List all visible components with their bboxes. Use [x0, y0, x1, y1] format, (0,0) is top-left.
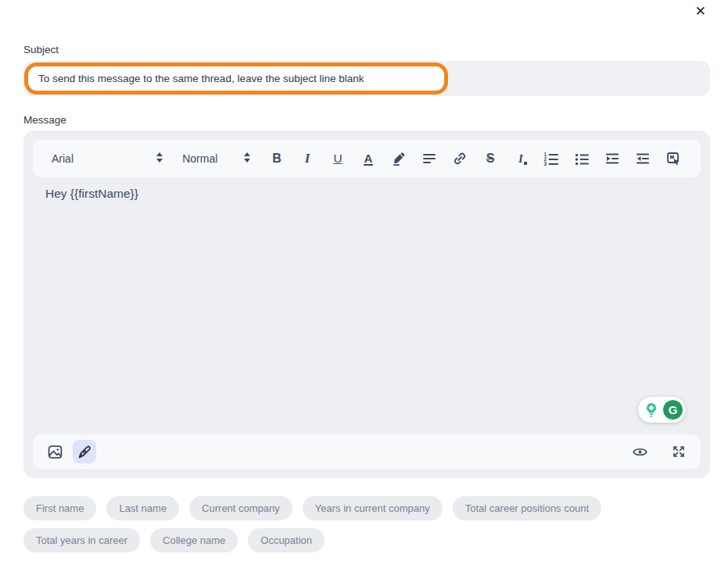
text-color-button[interactable]: A [360, 148, 377, 169]
clear-formatting-button[interactable]: I [512, 148, 529, 169]
bottom-bar-right [628, 440, 690, 463]
updown-arrows-icon [243, 152, 251, 166]
bold-button[interactable]: B [268, 148, 285, 169]
svg-text:3: 3 [544, 161, 547, 166]
text-style-value: Normal [182, 152, 217, 165]
highlighter-icon [391, 151, 407, 166]
variable-chip-occupation[interactable]: Occupation [248, 528, 325, 552]
editor-bottom-bar [33, 434, 701, 469]
insert-image-button[interactable] [43, 440, 66, 463]
subject-placeholder: To send this message to the same thread,… [38, 73, 364, 84]
variable-chip-total-career-positions-count[interactable]: Total career positions count [453, 496, 601, 520]
grammarly-logo-button[interactable]: G [662, 399, 683, 420]
variable-chip-current-company[interactable]: Current company [189, 496, 292, 520]
signature-pen-icon [77, 444, 93, 460]
message-editor: Arial Normal B I U A [23, 130, 710, 478]
annotation-highlight: To send this message to the same thread,… [24, 63, 448, 95]
highlighter-button[interactable] [390, 148, 407, 169]
editor-toolbar: Arial Normal B I U A [33, 140, 701, 177]
subject-input[interactable]: To send this message to the same thread,… [23, 61, 710, 96]
preview-button[interactable] [628, 440, 651, 463]
image-icon [47, 444, 63, 460]
close-icon[interactable]: ✕ [695, 3, 706, 20]
subject-label: Subject [23, 44, 59, 55]
indent-icon [604, 151, 620, 166]
box-x-cursor-icon [665, 151, 681, 166]
variable-chips: First name Last name Current company Yea… [23, 496, 712, 560]
message-composer-modal: { "modal": { "close_glyph": "✕" }, "subj… [0, 0, 728, 561]
fullscreen-button[interactable] [667, 440, 690, 463]
ordered-list-button[interactable]: 1 2 3 [543, 148, 560, 169]
font-family-select[interactable]: Arial [52, 152, 163, 166]
bullet-list-button[interactable] [573, 148, 590, 169]
clear-formatting-icon: I [518, 152, 523, 166]
expand-icon [671, 444, 687, 459]
text-style-select[interactable]: Normal [182, 152, 251, 166]
align-left-icon [421, 151, 437, 166]
variable-chip-years-in-current-company[interactable]: Years in current company [303, 496, 443, 520]
link-button[interactable] [451, 148, 468, 169]
message-label: Message [23, 114, 66, 126]
bullet-list-icon [574, 151, 590, 166]
bold-icon: B [272, 152, 282, 166]
signature-button[interactable] [73, 440, 96, 463]
eye-icon [632, 444, 648, 460]
variable-chip-first-name[interactable]: First name [23, 496, 96, 520]
grammarly-widget: G [638, 397, 686, 423]
updown-arrows-icon [156, 152, 163, 166]
chip-row: Total years in career College name Occup… [23, 528, 712, 552]
font-family-value: Arial [52, 152, 74, 165]
select-element-button[interactable] [665, 148, 682, 169]
chip-row: First name Last name Current company Yea… [23, 496, 712, 520]
variable-chip-last-name[interactable]: Last name [106, 496, 179, 520]
underline-button[interactable]: U [329, 148, 346, 169]
strikethrough-icon: S [486, 152, 495, 166]
variable-chip-college-name[interactable]: College name [150, 528, 238, 552]
variable-chip-total-years-in-career[interactable]: Total years in career [23, 528, 140, 552]
grammarly-g-icon: G [669, 403, 678, 416]
text-color-icon: A [364, 152, 374, 166]
link-icon [452, 151, 468, 166]
message-body-text[interactable]: Hey {{firstName}} [45, 187, 138, 201]
strikethrough-button[interactable]: S [482, 148, 499, 169]
align-button[interactable] [421, 148, 438, 169]
outdent-button[interactable] [634, 148, 651, 169]
ordered-list-icon: 1 2 3 [543, 151, 559, 166]
format-buttons: B I U A [268, 148, 682, 169]
italic-icon: I [305, 151, 310, 166]
underline-icon: U [333, 152, 342, 166]
outdent-icon [635, 151, 651, 166]
lightbulb-icon [643, 402, 660, 419]
italic-button[interactable]: I [299, 148, 316, 169]
grammarly-suggestion-button[interactable] [640, 399, 662, 420]
indent-button[interactable] [604, 148, 621, 169]
